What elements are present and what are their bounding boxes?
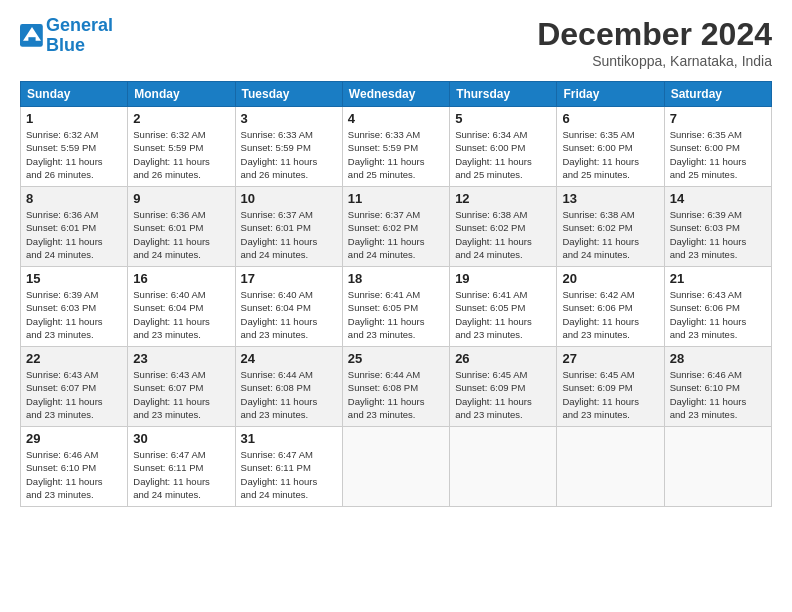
day-number: 25: [348, 351, 444, 366]
weekday-header: Sunday: [21, 82, 128, 107]
day-info: Sunrise: 6:41 AMSunset: 6:05 PMDaylight:…: [348, 288, 444, 341]
day-number: 2: [133, 111, 229, 126]
calendar-week-row: 22Sunrise: 6:43 AMSunset: 6:07 PMDayligh…: [21, 347, 772, 427]
day-info: Sunrise: 6:38 AMSunset: 6:02 PMDaylight:…: [455, 208, 551, 261]
day-number: 1: [26, 111, 122, 126]
day-number: 18: [348, 271, 444, 286]
day-number: 4: [348, 111, 444, 126]
calendar-cell: [342, 427, 449, 507]
weekday-header: Wednesday: [342, 82, 449, 107]
day-number: 13: [562, 191, 658, 206]
day-number: 28: [670, 351, 766, 366]
day-number: 7: [670, 111, 766, 126]
calendar-cell: 15Sunrise: 6:39 AMSunset: 6:03 PMDayligh…: [21, 267, 128, 347]
calendar-cell: 31Sunrise: 6:47 AMSunset: 6:11 PMDayligh…: [235, 427, 342, 507]
day-number: 14: [670, 191, 766, 206]
day-number: 5: [455, 111, 551, 126]
calendar-cell: 27Sunrise: 6:45 AMSunset: 6:09 PMDayligh…: [557, 347, 664, 427]
calendar-cell: 13Sunrise: 6:38 AMSunset: 6:02 PMDayligh…: [557, 187, 664, 267]
logo-blue: Blue: [46, 35, 85, 55]
calendar-cell: 23Sunrise: 6:43 AMSunset: 6:07 PMDayligh…: [128, 347, 235, 427]
calendar-cell: 30Sunrise: 6:47 AMSunset: 6:11 PMDayligh…: [128, 427, 235, 507]
day-number: 24: [241, 351, 337, 366]
svg-rect-2: [28, 37, 35, 43]
calendar-week-row: 8Sunrise: 6:36 AMSunset: 6:01 PMDaylight…: [21, 187, 772, 267]
page: General Blue December 2024 Suntikoppa, K…: [0, 0, 792, 517]
header: General Blue December 2024 Suntikoppa, K…: [20, 16, 772, 69]
calendar-cell: 6Sunrise: 6:35 AMSunset: 6:00 PMDaylight…: [557, 107, 664, 187]
day-info: Sunrise: 6:32 AMSunset: 5:59 PMDaylight:…: [26, 128, 122, 181]
title-block: December 2024 Suntikoppa, Karnataka, Ind…: [537, 16, 772, 69]
calendar-cell: 12Sunrise: 6:38 AMSunset: 6:02 PMDayligh…: [450, 187, 557, 267]
calendar-week-row: 1Sunrise: 6:32 AMSunset: 5:59 PMDaylight…: [21, 107, 772, 187]
day-info: Sunrise: 6:43 AMSunset: 6:06 PMDaylight:…: [670, 288, 766, 341]
calendar-cell: 14Sunrise: 6:39 AMSunset: 6:03 PMDayligh…: [664, 187, 771, 267]
day-number: 16: [133, 271, 229, 286]
day-info: Sunrise: 6:34 AMSunset: 6:00 PMDaylight:…: [455, 128, 551, 181]
day-info: Sunrise: 6:38 AMSunset: 6:02 PMDaylight:…: [562, 208, 658, 261]
day-info: Sunrise: 6:45 AMSunset: 6:09 PMDaylight:…: [562, 368, 658, 421]
calendar-cell: 5Sunrise: 6:34 AMSunset: 6:00 PMDaylight…: [450, 107, 557, 187]
day-info: Sunrise: 6:35 AMSunset: 6:00 PMDaylight:…: [562, 128, 658, 181]
weekday-header: Tuesday: [235, 82, 342, 107]
day-info: Sunrise: 6:46 AMSunset: 6:10 PMDaylight:…: [670, 368, 766, 421]
calendar-cell: 19Sunrise: 6:41 AMSunset: 6:05 PMDayligh…: [450, 267, 557, 347]
calendar-cell: [450, 427, 557, 507]
day-number: 31: [241, 431, 337, 446]
calendar-cell: 29Sunrise: 6:46 AMSunset: 6:10 PMDayligh…: [21, 427, 128, 507]
day-number: 29: [26, 431, 122, 446]
subtitle: Suntikoppa, Karnataka, India: [537, 53, 772, 69]
day-info: Sunrise: 6:47 AMSunset: 6:11 PMDaylight:…: [241, 448, 337, 501]
day-number: 27: [562, 351, 658, 366]
calendar-header-row: SundayMondayTuesdayWednesdayThursdayFrid…: [21, 82, 772, 107]
calendar-cell: 10Sunrise: 6:37 AMSunset: 6:01 PMDayligh…: [235, 187, 342, 267]
calendar-table: SundayMondayTuesdayWednesdayThursdayFrid…: [20, 81, 772, 507]
day-info: Sunrise: 6:32 AMSunset: 5:59 PMDaylight:…: [133, 128, 229, 181]
calendar-cell: 25Sunrise: 6:44 AMSunset: 6:08 PMDayligh…: [342, 347, 449, 427]
day-number: 9: [133, 191, 229, 206]
weekday-header: Monday: [128, 82, 235, 107]
day-number: 22: [26, 351, 122, 366]
day-info: Sunrise: 6:36 AMSunset: 6:01 PMDaylight:…: [133, 208, 229, 261]
day-number: 21: [670, 271, 766, 286]
day-info: Sunrise: 6:33 AMSunset: 5:59 PMDaylight:…: [241, 128, 337, 181]
day-number: 23: [133, 351, 229, 366]
calendar-week-row: 15Sunrise: 6:39 AMSunset: 6:03 PMDayligh…: [21, 267, 772, 347]
calendar-cell: 21Sunrise: 6:43 AMSunset: 6:06 PMDayligh…: [664, 267, 771, 347]
calendar-cell: 20Sunrise: 6:42 AMSunset: 6:06 PMDayligh…: [557, 267, 664, 347]
calendar-cell: 24Sunrise: 6:44 AMSunset: 6:08 PMDayligh…: [235, 347, 342, 427]
logo: General Blue: [20, 16, 113, 56]
day-info: Sunrise: 6:40 AMSunset: 6:04 PMDaylight:…: [241, 288, 337, 341]
day-number: 6: [562, 111, 658, 126]
day-info: Sunrise: 6:35 AMSunset: 6:00 PMDaylight:…: [670, 128, 766, 181]
day-number: 30: [133, 431, 229, 446]
day-info: Sunrise: 6:36 AMSunset: 6:01 PMDaylight:…: [26, 208, 122, 261]
calendar-cell: 22Sunrise: 6:43 AMSunset: 6:07 PMDayligh…: [21, 347, 128, 427]
day-number: 10: [241, 191, 337, 206]
day-number: 3: [241, 111, 337, 126]
day-info: Sunrise: 6:40 AMSunset: 6:04 PMDaylight:…: [133, 288, 229, 341]
day-info: Sunrise: 6:44 AMSunset: 6:08 PMDaylight:…: [241, 368, 337, 421]
day-number: 17: [241, 271, 337, 286]
weekday-header: Thursday: [450, 82, 557, 107]
calendar-cell: [664, 427, 771, 507]
logo-text: General Blue: [46, 16, 113, 56]
weekday-header: Friday: [557, 82, 664, 107]
day-info: Sunrise: 6:39 AMSunset: 6:03 PMDaylight:…: [670, 208, 766, 261]
calendar-cell: 11Sunrise: 6:37 AMSunset: 6:02 PMDayligh…: [342, 187, 449, 267]
day-number: 12: [455, 191, 551, 206]
day-number: 19: [455, 271, 551, 286]
calendar-cell: 4Sunrise: 6:33 AMSunset: 5:59 PMDaylight…: [342, 107, 449, 187]
day-number: 26: [455, 351, 551, 366]
month-title: December 2024: [537, 16, 772, 53]
day-info: Sunrise: 6:44 AMSunset: 6:08 PMDaylight:…: [348, 368, 444, 421]
calendar-cell: 26Sunrise: 6:45 AMSunset: 6:09 PMDayligh…: [450, 347, 557, 427]
calendar-cell: 28Sunrise: 6:46 AMSunset: 6:10 PMDayligh…: [664, 347, 771, 427]
day-info: Sunrise: 6:43 AMSunset: 6:07 PMDaylight:…: [26, 368, 122, 421]
day-info: Sunrise: 6:47 AMSunset: 6:11 PMDaylight:…: [133, 448, 229, 501]
day-info: Sunrise: 6:37 AMSunset: 6:02 PMDaylight:…: [348, 208, 444, 261]
calendar-cell: 8Sunrise: 6:36 AMSunset: 6:01 PMDaylight…: [21, 187, 128, 267]
day-info: Sunrise: 6:42 AMSunset: 6:06 PMDaylight:…: [562, 288, 658, 341]
calendar-cell: 1Sunrise: 6:32 AMSunset: 5:59 PMDaylight…: [21, 107, 128, 187]
day-info: Sunrise: 6:39 AMSunset: 6:03 PMDaylight:…: [26, 288, 122, 341]
